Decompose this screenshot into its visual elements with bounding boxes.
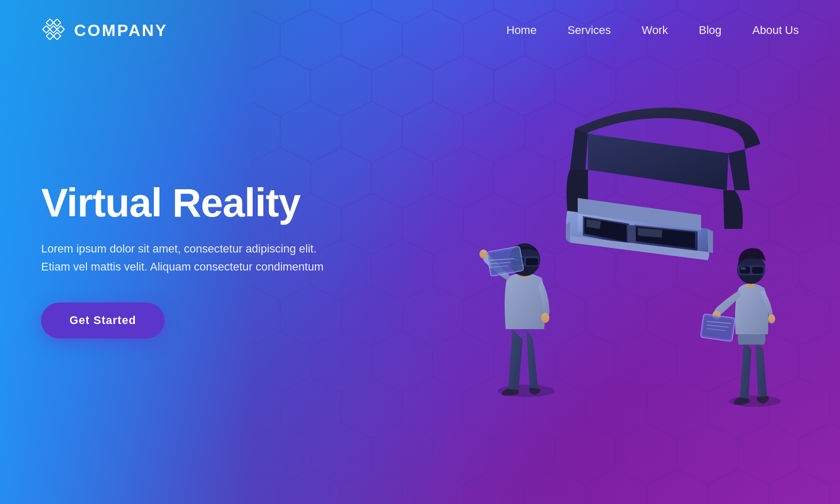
svg-point-9 xyxy=(541,313,549,323)
get-started-button[interactable]: Get Started xyxy=(41,302,165,338)
svg-rect-2 xyxy=(53,19,61,26)
vr-illustration xyxy=(294,0,840,504)
svg-rect-3 xyxy=(43,26,50,33)
logo[interactable]: COMPANY xyxy=(41,18,168,43)
hero-description: Lorem ipsum dolor sit amet, consectetur … xyxy=(41,240,329,276)
nav-work[interactable]: Work xyxy=(642,24,668,37)
nav-about[interactable]: About Us xyxy=(753,24,799,37)
hero-title: Virtual Reality xyxy=(41,181,329,225)
svg-rect-13 xyxy=(526,258,538,265)
nav-blog[interactable]: Blog xyxy=(699,24,721,37)
logo-text: COMPANY xyxy=(74,21,168,40)
nav-links: Home Services Work Blog About Us xyxy=(506,24,799,37)
svg-rect-7 xyxy=(53,32,61,40)
svg-rect-24 xyxy=(752,267,763,274)
nav-home[interactable]: Home xyxy=(506,24,537,37)
svg-rect-4 xyxy=(50,26,57,33)
svg-point-21 xyxy=(768,314,775,323)
hero-content: Virtual Reality Lorem ipsum dolor sit am… xyxy=(41,181,329,338)
svg-rect-1 xyxy=(46,19,53,26)
nav-services[interactable]: Services xyxy=(567,24,611,37)
svg-rect-6 xyxy=(46,32,53,40)
svg-rect-5 xyxy=(57,26,64,33)
navbar: COMPANY Home Services Work Blog About Us xyxy=(0,0,840,61)
svg-point-10 xyxy=(479,249,488,259)
hero-section: COMPANY Home Services Work Blog About Us… xyxy=(0,0,840,504)
vr-scene-svg xyxy=(446,77,840,427)
svg-rect-26 xyxy=(702,316,733,339)
diamond-grid-icon xyxy=(41,18,66,43)
